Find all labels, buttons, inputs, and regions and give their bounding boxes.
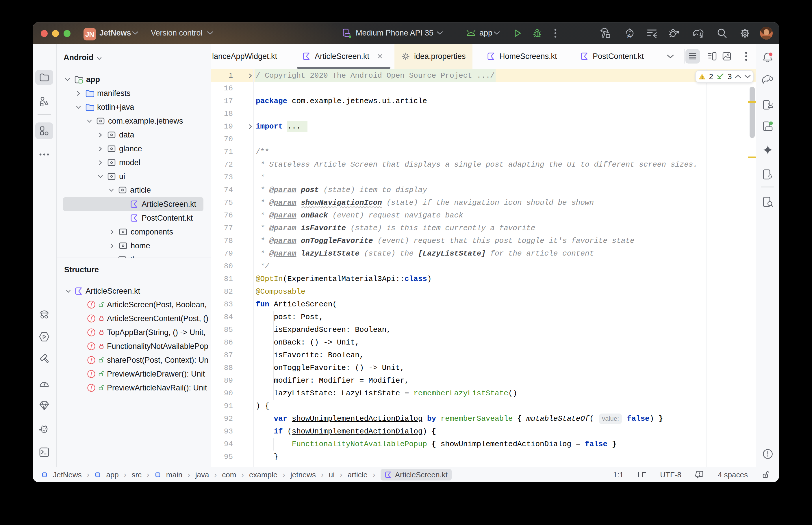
svg-text:A: A	[628, 33, 631, 38]
